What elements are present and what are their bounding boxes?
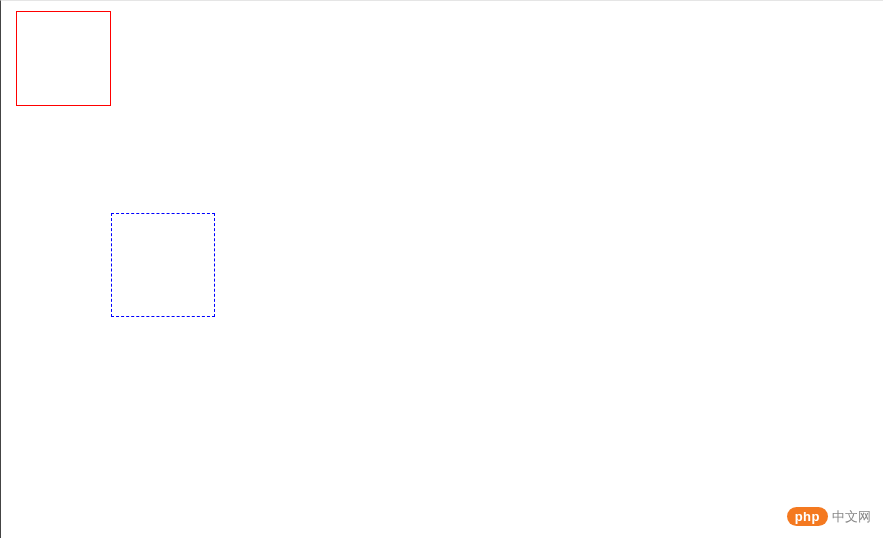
blue-dashed-box <box>111 213 215 317</box>
php-label: 中文网 <box>832 508 871 526</box>
watermark-logo: php 中文网 <box>787 507 871 526</box>
php-badge: php <box>787 507 828 526</box>
red-solid-box <box>16 11 111 106</box>
